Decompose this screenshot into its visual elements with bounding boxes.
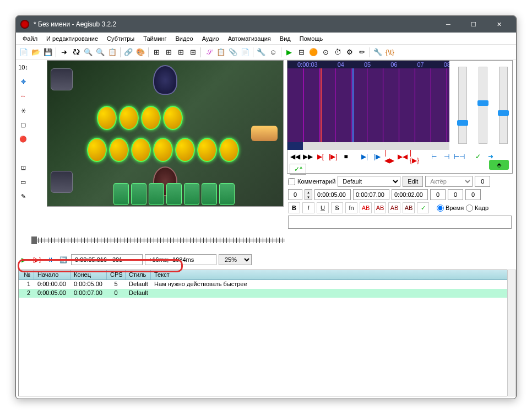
effect-input[interactable] xyxy=(475,176,490,187)
video-preview[interactable] xyxy=(47,60,284,207)
link-icon[interactable]: 🔗 xyxy=(123,47,134,58)
scroll-thumb[interactable] xyxy=(287,142,303,150)
fonts-icon[interactable]: 📄 xyxy=(240,47,251,58)
grid4-icon[interactable]: ⊞ xyxy=(187,47,198,58)
override-icon[interactable]: {\t} xyxy=(384,47,395,58)
video-delta-input[interactable] xyxy=(145,254,216,265)
font-button[interactable]: fn xyxy=(345,202,357,213)
start-time-input[interactable] xyxy=(314,189,351,200)
box-tool-icon[interactable]: ▭ xyxy=(17,176,29,188)
tool1-icon[interactable]: 🔧 xyxy=(256,47,267,58)
props-icon[interactable]: 📋 xyxy=(215,47,226,58)
play-before-icon[interactable]: ▶| xyxy=(359,151,370,162)
video-seek-bar[interactable] xyxy=(31,236,285,248)
margin-l-input[interactable] xyxy=(430,189,446,200)
new-icon[interactable]: 📄 xyxy=(18,47,29,58)
stop-icon[interactable]: ⊟ xyxy=(296,47,307,58)
zoomin-icon[interactable]: 🔍 xyxy=(83,47,94,58)
menu-edit[interactable]: И редактирование xyxy=(42,34,102,44)
reload-icon[interactable]: 🗘 xyxy=(70,47,82,58)
rotate-tool-icon[interactable]: ⚹ xyxy=(17,104,29,116)
clip-icon[interactable]: 📋 xyxy=(107,47,118,58)
leadin-icon[interactable]: ⊢ xyxy=(428,151,439,162)
color1-button[interactable]: AB xyxy=(360,202,372,213)
edit-style-button[interactable]: Edit xyxy=(403,176,423,187)
menu-timing[interactable]: Тайминг xyxy=(139,34,171,44)
col-end[interactable]: Конец xyxy=(70,270,107,279)
col-cps[interactable]: CPS xyxy=(107,270,126,279)
margin-v-input[interactable] xyxy=(465,189,481,200)
draw-tool-icon[interactable]: ✎ xyxy=(17,190,29,202)
col-text[interactable]: Текст xyxy=(151,270,513,279)
bold-button[interactable]: B xyxy=(288,202,300,213)
play-sel-icon[interactable]: ▶[ xyxy=(315,151,326,162)
minimize-button[interactable]: ─ xyxy=(436,16,461,33)
style-select[interactable]: Default xyxy=(338,176,400,187)
grid3-icon[interactable]: ⊞ xyxy=(175,47,186,58)
autoscroll-icon[interactable]: 🔄 xyxy=(58,254,69,265)
grid-scrollbar[interactable] xyxy=(507,270,516,396)
play-line-icon[interactable]: [▶] xyxy=(328,151,339,162)
volume-slider[interactable] xyxy=(499,67,508,144)
color3-button[interactable]: AB xyxy=(388,202,400,213)
end-time-input[interactable] xyxy=(353,189,389,200)
layer-spinner[interactable]: ▲▼ xyxy=(305,189,312,200)
menu-automation[interactable]: Автоматизация xyxy=(224,34,275,44)
color4-button[interactable]: AB xyxy=(403,202,415,213)
next-line-icon[interactable]: ▶▶ xyxy=(302,151,313,162)
grid1-icon[interactable]: ⊞ xyxy=(151,47,162,58)
grid-row-selected[interactable]: 2 0:00:05.00 0:00:07.00 0 Default xyxy=(19,289,513,298)
play-after-icon[interactable]: |▶ xyxy=(372,151,383,162)
duration-input[interactable] xyxy=(392,189,428,200)
menu-subtitles[interactable]: Субтитры xyxy=(102,34,139,44)
video-play-icon[interactable]: ▶ xyxy=(18,254,29,265)
cross-tool-icon[interactable]: ↔ xyxy=(17,90,29,102)
clip-tool-icon[interactable]: ⊡ xyxy=(17,162,29,174)
wrench-icon[interactable]: 🔧 xyxy=(372,47,383,58)
leadout-icon[interactable]: ⊣ xyxy=(441,151,452,162)
jump-icon[interactable]: ➜ xyxy=(58,47,69,58)
frame-radio[interactable]: Кадр xyxy=(466,205,488,212)
marker-icon[interactable]: 🟠 xyxy=(308,47,319,58)
smiley-icon[interactable]: ☺ xyxy=(268,47,279,58)
subtitle-text-input[interactable] xyxy=(288,216,512,229)
video-play-line-icon[interactable]: [▶] xyxy=(31,254,42,265)
menu-video[interactable]: Видео xyxy=(171,34,197,44)
clock-icon[interactable]: ⏱ xyxy=(332,47,343,58)
time-radio[interactable]: Время xyxy=(437,205,464,212)
spellcheck-icon[interactable]: 𝒮 xyxy=(203,47,214,58)
grid2-icon[interactable]: ⊞ xyxy=(163,47,174,58)
actor-select[interactable]: Актёр xyxy=(425,176,473,187)
stop-audio-icon[interactable]: ■ xyxy=(340,151,351,162)
maximize-button[interactable]: ☐ xyxy=(461,16,486,33)
rect-tool-icon[interactable]: ▢ xyxy=(17,119,29,131)
edit-icon[interactable]: ✏ xyxy=(356,47,367,58)
menu-audio[interactable]: Аудио xyxy=(198,34,224,44)
styles-icon[interactable]: 🎨 xyxy=(135,47,146,58)
commit-text-button[interactable]: ✓ xyxy=(417,202,429,213)
open-icon[interactable]: 📂 xyxy=(30,47,41,58)
italic-button[interactable]: I xyxy=(302,202,314,213)
col-number[interactable]: № xyxy=(19,270,34,279)
seek-thumb[interactable] xyxy=(31,236,37,244)
grid-row[interactable]: 1 0:00:00.00 0:00:05.00 5 Default Нам ну… xyxy=(19,280,513,289)
audio-waveform[interactable]: 0:00:030405060708 xyxy=(287,61,449,150)
lead-both-icon[interactable]: ⊢⊣ xyxy=(454,151,465,162)
goto-icon[interactable]: ➜ xyxy=(485,151,496,162)
strike-button[interactable]: S xyxy=(331,202,343,213)
zoom-select[interactable]: 25% xyxy=(219,254,252,265)
col-style[interactable]: Стиль xyxy=(126,270,151,279)
attach-icon[interactable]: 📎 xyxy=(227,47,238,58)
hzoom-slider[interactable] xyxy=(458,67,467,144)
vzoom-slider[interactable] xyxy=(479,67,487,144)
margin-r-input[interactable] xyxy=(448,189,463,200)
col-start[interactable]: Начало xyxy=(34,270,70,279)
selection-marker[interactable] xyxy=(321,68,354,142)
play-last-icon[interactable]: ▶◀ xyxy=(397,151,408,162)
menu-view[interactable]: Вид xyxy=(275,34,295,44)
close-button[interactable]: ✕ xyxy=(486,16,512,33)
layer-input[interactable] xyxy=(288,189,302,200)
color2-button[interactable]: AB xyxy=(374,202,386,213)
zoomout-icon[interactable]: 🔍 xyxy=(95,47,106,58)
commit-icon[interactable]: ✓ xyxy=(473,151,484,162)
